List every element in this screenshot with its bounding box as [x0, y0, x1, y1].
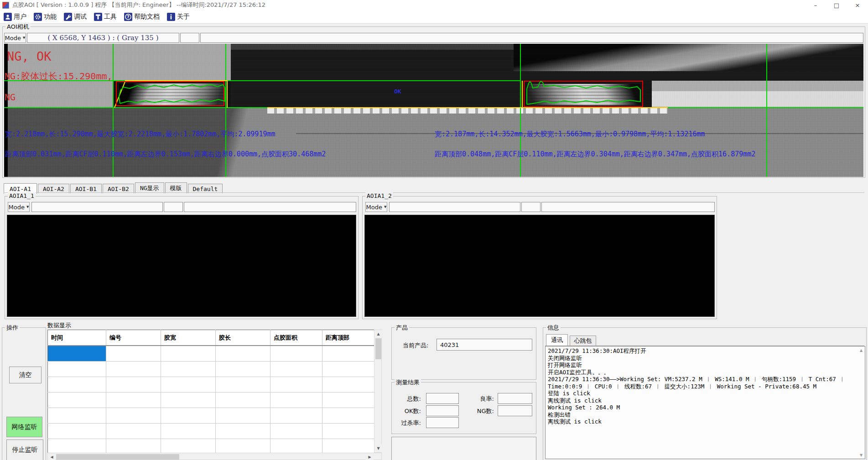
table-cell[interactable] [106, 362, 161, 377]
table-cell[interactable] [106, 439, 161, 455]
aoia1-1-field-1[interactable] [31, 202, 163, 212]
col-glue-width[interactable]: 胶宽 [161, 330, 216, 346]
table-cell[interactable] [322, 439, 374, 455]
table-cell[interactable] [48, 377, 106, 393]
table-cell[interactable] [106, 377, 161, 393]
table-cell[interactable] [106, 424, 161, 439]
camera-group-label: AOI相机 [5, 23, 31, 31]
table-cell[interactable] [161, 408, 216, 424]
toolbar-item-help[interactable]: ? 帮助文档 [124, 13, 160, 21]
aoia1-2-mode-dropdown[interactable]: Mode ▼ [365, 202, 387, 212]
tab-aoi-b2[interactable]: AOI-B2 [103, 184, 134, 193]
network-listen-button[interactable]: 网络监听 [6, 417, 42, 437]
toolbar-item-tools[interactable]: 工具 [94, 13, 117, 21]
tab-aoi-a2[interactable]: AOI-A2 [38, 184, 69, 193]
table-hscrollbar[interactable]: ◀ ▶ [47, 453, 382, 460]
scroll-left-button[interactable]: ◀ [48, 453, 56, 460]
aoia1-2-field-3[interactable] [541, 202, 715, 212]
table-cell[interactable] [270, 393, 322, 408]
camera-image[interactable]: NG, OK NG:胶体过长:15.290mm, NG OK 宽:2.218mm… [4, 44, 863, 177]
minimize-button[interactable]: – [805, 0, 826, 10]
scroll-up-button[interactable]: ▲ [374, 330, 382, 338]
table-cell[interactable] [270, 439, 322, 455]
aoia1-2-image-view[interactable] [364, 215, 715, 317]
log-textarea[interactable]: 2021/7/29 11:36:30:AOI程序打开 关闭网络监听 打开网络监听… [545, 346, 865, 459]
table-cell[interactable] [106, 346, 161, 362]
toolbar-item-functions[interactable]: 功能 [34, 13, 57, 21]
log-scroll-up-icon[interactable]: ▲ [858, 347, 864, 353]
aoia1-1-field-2[interactable] [164, 202, 183, 212]
table-cell[interactable] [322, 377, 374, 393]
current-product-field[interactable]: 40231 [437, 339, 532, 351]
toolbar-item-debug[interactable]: 调试 [64, 13, 87, 21]
table-cell[interactable] [48, 424, 106, 439]
aoia1-1-image-view[interactable] [7, 215, 356, 317]
table-cell[interactable] [48, 408, 106, 424]
stop-listen-button[interactable]: 停止监听 [6, 439, 43, 460]
yield-field[interactable] [498, 393, 532, 404]
total-field[interactable] [426, 393, 459, 404]
col-time[interactable]: 时间 [48, 330, 106, 346]
aoia1-1-field-3[interactable] [184, 202, 356, 212]
clear-button[interactable]: 清空 [9, 367, 42, 383]
table-vscrollbar[interactable]: ▲ ▼ [374, 330, 382, 453]
scroll-right-button[interactable]: ▶ [366, 453, 374, 460]
table-cell[interactable] [270, 377, 322, 393]
table-cell[interactable] [270, 424, 322, 439]
table-cell[interactable] [106, 408, 161, 424]
table-cell[interactable] [216, 377, 270, 393]
camera-mode-dropdown[interactable]: Mode ▼ [4, 33, 26, 43]
col-dispense-area[interactable]: 点胶面积 [270, 330, 322, 346]
table-cell[interactable] [161, 393, 216, 408]
table-cell[interactable] [161, 362, 216, 377]
aoia1-1-mode-dropdown[interactable]: Mode ▼ [8, 202, 30, 212]
table-cell[interactable] [270, 346, 322, 362]
table-cell[interactable] [270, 408, 322, 424]
col-number[interactable]: 编号 [106, 330, 161, 346]
tab-aoi-b1[interactable]: AOI-B1 [70, 184, 102, 193]
table-cell[interactable] [216, 424, 270, 439]
table-cell[interactable] [216, 362, 270, 377]
table-cell[interactable] [322, 408, 374, 424]
tab-heartbeat[interactable]: 心跳包 [570, 336, 596, 346]
camera-field-small[interactable] [180, 33, 199, 43]
table-cell[interactable] [216, 393, 270, 408]
tab-template[interactable]: 模版 [165, 182, 187, 193]
table-cell[interactable] [48, 362, 106, 377]
close-button[interactable]: × [847, 0, 868, 10]
table-cell[interactable] [322, 362, 374, 377]
table-cell[interactable] [161, 377, 216, 393]
toolbar-item-about[interactable]: 关于 [167, 13, 190, 21]
tab-comm[interactable]: 通讯 [546, 334, 568, 346]
ok-count-field[interactable] [426, 405, 459, 416]
table-cell[interactable] [322, 424, 374, 439]
table-cell[interactable] [216, 346, 270, 362]
table-cell-selected[interactable] [48, 346, 106, 362]
table-cell[interactable] [270, 362, 322, 377]
table-cell[interactable] [48, 393, 106, 408]
maximize-button[interactable]: □ [826, 0, 847, 10]
table-cell[interactable] [106, 393, 161, 408]
table-cell[interactable] [48, 439, 106, 455]
table-cell[interactable] [216, 439, 270, 455]
ng-count-field[interactable] [498, 405, 532, 416]
table-cell[interactable] [161, 424, 216, 439]
col-distance-top[interactable]: 距离顶部 [322, 330, 374, 346]
aoia1-2-field-2[interactable] [521, 202, 541, 212]
table-cell[interactable] [322, 346, 374, 362]
tab-default[interactable]: Default [188, 184, 223, 193]
table-cell[interactable] [161, 346, 216, 362]
col-glue-length[interactable]: 胶长 [216, 330, 270, 346]
toolbar-item-user[interactable]: 用户 [4, 13, 26, 21]
table-cell[interactable] [161, 439, 216, 455]
tab-ng-display[interactable]: NG显示 [135, 182, 164, 193]
overkill-field[interactable] [426, 417, 459, 428]
log-scroll-down-icon[interactable]: ▼ [858, 452, 864, 458]
vscroll-thumb[interactable] [375, 338, 381, 359]
aoia1-2-field-1[interactable] [389, 202, 520, 212]
camera-field-wide[interactable] [200, 33, 863, 43]
table-cell[interactable] [216, 408, 270, 424]
hscroll-thumb[interactable] [56, 454, 179, 460]
scroll-down-button[interactable]: ▼ [374, 444, 382, 452]
table-cell[interactable] [322, 393, 374, 408]
